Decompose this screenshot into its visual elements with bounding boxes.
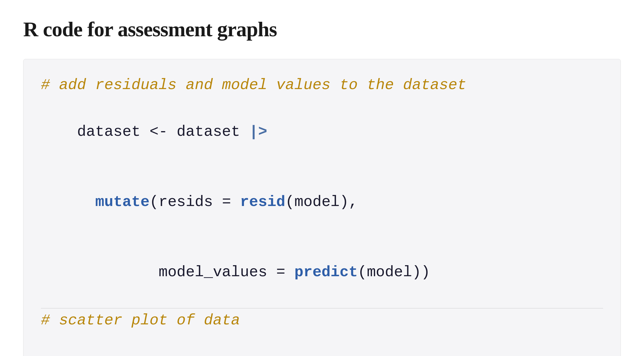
code-line-1: dataset <- dataset |> bbox=[41, 97, 603, 167]
code-text: (model)) bbox=[358, 264, 430, 281]
code-text bbox=[77, 194, 95, 211]
comment-line-1: # add residuals and model values to the … bbox=[41, 74, 603, 97]
comment-line-2: # scatter plot of data bbox=[41, 309, 603, 332]
code-line-4: gf_point(response ~ predictor1, data = d… bbox=[41, 332, 603, 356]
code-line-3: model_values = predict(model)) bbox=[41, 237, 603, 308]
predict-func: predict bbox=[294, 264, 358, 281]
resid-func: resid bbox=[240, 194, 285, 211]
page-title: R code for assessment graphs bbox=[23, 17, 621, 41]
code-block: # add residuals and model values to the … bbox=[23, 59, 621, 356]
code-line-2: mutate(resids = resid(model), bbox=[41, 167, 603, 237]
mutate-func: mutate bbox=[95, 194, 149, 211]
code-text: model_values = bbox=[77, 264, 294, 281]
code-text: dataset <- dataset bbox=[77, 123, 249, 140]
code-text: (resids = bbox=[149, 194, 240, 211]
separator-1 bbox=[41, 308, 603, 308]
code-text: (model), bbox=[285, 194, 358, 211]
pipe-operator: |> bbox=[249, 123, 267, 140]
